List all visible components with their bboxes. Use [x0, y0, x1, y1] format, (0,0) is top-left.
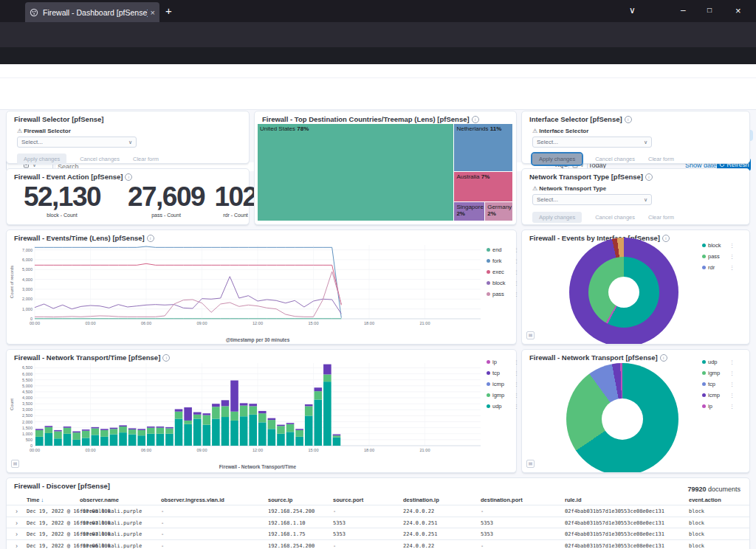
legend-menu-icon[interactable]: ⋮	[514, 269, 519, 275]
firewall-select[interactable]: Select...∨	[17, 137, 137, 148]
expand-row-icon[interactable]: ›	[16, 531, 18, 538]
column-header-observer-ingress-vlan-id[interactable]: observer.ingress.vlan.id	[161, 497, 224, 503]
apply-changes-button[interactable]: Apply changes	[17, 153, 66, 165]
legend-item[interactable]: fork⋮	[487, 258, 519, 264]
panel-corner-icon[interactable]: ▤	[526, 331, 535, 339]
legend-item[interactable]: icmp⋮	[702, 392, 735, 398]
panel-corner-icon[interactable]: ▤	[11, 460, 19, 468]
legend-item[interactable]: exec⋮	[487, 269, 519, 275]
browser-tab[interactable]: Firewall - Dashboard [pfSense] ×	[25, 2, 159, 22]
transport-select[interactable]: Select...∨	[532, 194, 652, 205]
clear-form-button[interactable]: Clear form	[648, 214, 674, 221]
expand-row-icon[interactable]: ›	[16, 519, 18, 527]
legend-menu-icon[interactable]: ⋮	[729, 370, 735, 376]
info-icon[interactable]: i	[645, 173, 653, 181]
legend-menu-icon[interactable]: ⋮	[729, 359, 735, 365]
treemap-cell[interactable]: Germany 2%	[485, 202, 512, 221]
legend-menu-icon[interactable]: ⋮	[514, 393, 519, 398]
info-icon[interactable]: i	[625, 116, 632, 123]
expand-row-icon[interactable]: ›	[16, 508, 18, 515]
bar-segment-udp	[295, 437, 303, 446]
legend-item[interactable]: tcp⋮	[487, 370, 519, 376]
apply-changes-button[interactable]: Apply changes	[532, 153, 582, 165]
column-header-source-port[interactable]: source.port	[333, 497, 363, 503]
legend-item[interactable]: ip⋮	[702, 403, 735, 410]
cancel-changes-button[interactable]: Cancel changes	[80, 156, 120, 162]
line-series-pass	[35, 272, 341, 317]
legend-item[interactable]: igmp⋮	[487, 392, 519, 398]
legend-item[interactable]: end⋮	[487, 246, 519, 253]
legend-label: igmp	[492, 392, 512, 398]
legend-item[interactable]: pass⋮	[487, 291, 519, 297]
legend-item[interactable]: udp⋮	[487, 403, 519, 410]
legend-menu-icon[interactable]: ⋮	[514, 247, 519, 253]
column-header-source-ip[interactable]: source.ip	[268, 497, 292, 503]
svg-text:2,000: 2,000	[22, 420, 32, 424]
transport-time-bar-chart[interactable]: 05001,0001,5002,0002,5003,0003,5004,0004…	[8, 359, 487, 474]
legend-item[interactable]: tcp⋮	[702, 381, 735, 387]
panel-firewall-selector: Firewall Selector [pfSense] ⚠Firewall Se…	[6, 111, 250, 164]
column-header-destination-ip[interactable]: destination.ip	[403, 497, 439, 503]
clear-form-button[interactable]: Clear form	[133, 156, 159, 162]
panel-corner-icon[interactable]: ▤	[526, 460, 535, 468]
column-header-destination-port[interactable]: destination.port	[481, 497, 523, 503]
info-icon[interactable]: i	[125, 173, 132, 181]
apply-changes-button[interactable]: Apply changes	[532, 212, 582, 223]
treemap-cell[interactable]: United States 78%	[258, 124, 453, 221]
legend-menu-icon[interactable]: ⋮	[514, 291, 519, 297]
legend-menu-icon[interactable]: ⋮	[514, 280, 519, 286]
legend-item[interactable]: block⋮	[702, 242, 735, 249]
treemap-chart[interactable]: United States 78%Netherlands 11%Australi…	[258, 124, 513, 221]
new-tab-button[interactable]: +	[165, 4, 172, 17]
cancel-changes-button[interactable]: Cancel changes	[595, 156, 635, 162]
info-icon[interactable]: i	[662, 235, 670, 242]
interface-select[interactable]: Select...∨	[532, 137, 652, 148]
tab-close-icon[interactable]: ×	[151, 8, 155, 17]
legend-item[interactable]: igmp⋮	[702, 370, 735, 376]
window-minimize-button[interactable]: –	[681, 5, 686, 15]
line-series-fork	[35, 246, 341, 318]
column-header-time[interactable]: Time ↓	[27, 497, 44, 503]
window-close-button[interactable]: ×	[735, 5, 741, 16]
legend-item[interactable]: udp⋮	[702, 359, 735, 365]
legend-label: exec	[492, 269, 512, 275]
legend-menu-icon[interactable]: ⋮	[729, 265, 735, 271]
legend-menu-icon[interactable]: ⋮	[729, 393, 735, 398]
legend-menu-icon[interactable]: ⋮	[514, 370, 519, 376]
column-header-rule-id[interactable]: rule.id	[565, 497, 582, 503]
legend-item[interactable]: block⋮	[487, 280, 519, 286]
bar-segment-udp	[110, 435, 118, 446]
bar-segment-udp	[212, 418, 220, 446]
legend-menu-icon[interactable]: ⋮	[514, 258, 519, 264]
table-row[interactable]: ›Dec 19, 2022 @ 16:00:06.000firewall.kal…	[7, 539, 749, 549]
legend-menu-icon[interactable]: ⋮	[514, 404, 519, 410]
events-time-line-chart[interactable]: 01,0002,0003,0004,0005,0006,0007,00000:0…	[8, 241, 487, 347]
legend-menu-icon[interactable]: ⋮	[729, 243, 735, 249]
info-icon[interactable]: i	[472, 116, 479, 123]
treemap-cell[interactable]: Australia 7%	[454, 172, 512, 202]
svg-text:21:00: 21:00	[420, 321, 430, 325]
expand-row-icon[interactable]: ›	[16, 542, 18, 549]
legend-item[interactable]: ip⋮	[487, 359, 519, 365]
legend-item[interactable]: pass⋮	[702, 253, 735, 260]
legend-item[interactable]: rdr⋮	[702, 264, 735, 271]
info-icon[interactable]: i	[660, 354, 667, 362]
clear-form-button[interactable]: Clear form	[648, 156, 674, 162]
legend-menu-icon[interactable]: ⋮	[729, 254, 735, 260]
cancel-changes-button[interactable]: Cancel changes	[595, 214, 635, 221]
table-row[interactable]: ›Dec 19, 2022 @ 16:00:08.000firewall.kal…	[7, 505, 749, 517]
sort-desc-icon[interactable]: ↓	[39, 497, 44, 503]
treemap-cell[interactable]: Singapore 2%	[454, 202, 484, 221]
list-tabs-chevron-icon[interactable]: ∨	[629, 5, 636, 15]
legend-menu-icon[interactable]: ⋮	[514, 381, 519, 387]
column-header-observer-name[interactable]: observer.name	[80, 497, 119, 503]
column-header-event-action[interactable]: event.action	[689, 497, 721, 503]
legend-menu-icon[interactable]: ⋮	[729, 404, 735, 410]
legend-menu-icon[interactable]: ⋮	[514, 359, 519, 365]
table-row[interactable]: ›Dec 19, 2022 @ 16:00:07.000firewall.kal…	[7, 517, 749, 529]
window-maximize-button[interactable]: □	[707, 6, 712, 14]
legend-menu-icon[interactable]: ⋮	[729, 381, 735, 387]
table-row[interactable]: ›Dec 19, 2022 @ 16:00:07.000firewall.kal…	[7, 528, 749, 540]
treemap-cell[interactable]: Netherlands 11%	[454, 124, 512, 171]
legend-item[interactable]: icmp⋮	[487, 381, 519, 387]
